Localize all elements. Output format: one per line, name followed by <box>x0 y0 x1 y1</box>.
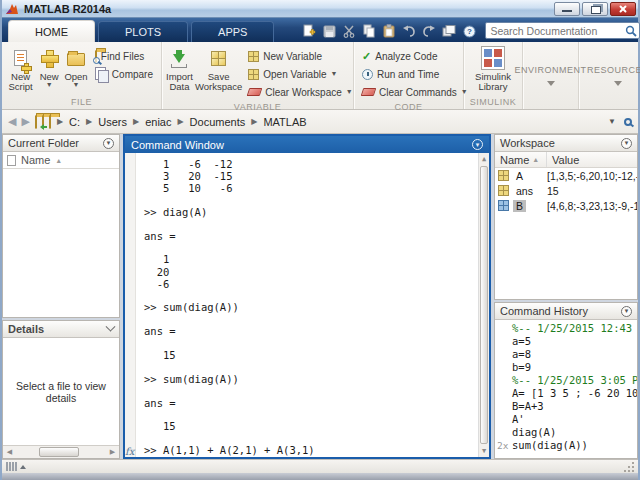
search-folder-icon[interactable] <box>624 118 632 126</box>
find-files-button[interactable]: Find Files <box>91 47 157 65</box>
restore-button[interactable] <box>582 2 608 16</box>
breadcrumb-item-matlab[interactable]: MATLAB <box>263 116 306 128</box>
open-button[interactable]: Open ▼ <box>63 45 89 88</box>
matrix-variable-icon <box>498 170 509 181</box>
command-window-vertical-scrollbar[interactable]: ▲ ▼ <box>478 153 489 457</box>
chevron-down-icon: ▼ <box>73 82 80 88</box>
analyze-code-button[interactable]: ✓ Analyze Code <box>358 47 472 65</box>
import-data-button[interactable]: Import Data <box>166 45 193 92</box>
command-window-menu-icon[interactable]: ▼ <box>472 139 483 150</box>
matlab-logo-icon <box>6 3 19 15</box>
clear-commands-button[interactable]: Clear Commands ▼ <box>358 83 472 101</box>
breadcrumb-item-eniac[interactable]: eniac <box>145 116 171 128</box>
save-workspace-icon <box>211 46 226 70</box>
details-placeholder-text: Select a file to view details <box>3 338 119 445</box>
command-window-panel: Command Window ▼ fx 1 -6 -12 3 20 -15 5 … <box>123 134 491 459</box>
fx-function-hints-icon[interactable]: fx <box>125 446 134 457</box>
command-prompt-input[interactable]: >> A(1,1) + A(2,1) + A(3,1) <box>144 444 476 457</box>
paste-icon[interactable] <box>381 23 397 39</box>
history-entry[interactable]: A' <box>495 413 637 426</box>
clear-workspace-icon <box>247 88 263 96</box>
simulink-library-button[interactable]: Simulink Library <box>468 45 518 92</box>
copy-icon[interactable] <box>361 23 377 39</box>
collapse-details-icon[interactable] <box>106 321 116 331</box>
clear-workspace-button[interactable]: Clear Workspace ▼ <box>244 83 356 101</box>
forward-icon[interactable]: ▶ <box>21 115 29 128</box>
switch-windows-icon[interactable] <box>441 23 457 39</box>
details-horizontal-scrollbar[interactable]: ◀ ▶ <box>3 445 119 458</box>
history-entry[interactable]: %-- 1/25/2015 3:05 PM --% <box>495 374 637 387</box>
resize-grip-icon[interactable] <box>624 462 634 472</box>
command-history-panel: Command History ▼ %-- 1/25/2015 12:43 PM… <box>494 302 638 459</box>
quick-access-toolbar: ? <box>301 23 477 39</box>
browse-for-folder-icon[interactable] <box>42 116 44 128</box>
back-icon[interactable]: ◀ <box>8 115 16 128</box>
history-entry[interactable]: a=5 <box>495 335 637 348</box>
current-folder-menu-icon[interactable]: ▼ <box>103 138 114 149</box>
undo-icon[interactable] <box>401 23 417 39</box>
sort-ascending-icon: ▲ <box>55 157 62 164</box>
scrollbar-thumb[interactable] <box>39 447 80 457</box>
new-button[interactable]: New ▼ <box>37 45 61 88</box>
cut-icon[interactable] <box>341 23 357 39</box>
workspace-menu-icon[interactable]: ▼ <box>621 138 632 149</box>
search-documentation-input[interactable] <box>490 25 625 37</box>
chevron-down-icon: ▼ <box>330 71 337 77</box>
help-icon[interactable]: ? <box>461 23 477 39</box>
save-workspace-button[interactable]: Save Workspace <box>195 45 242 92</box>
address-dropdown-icon[interactable]: ▼ <box>608 119 616 125</box>
current-folder-name-header[interactable]: Name ▲ <box>3 152 119 169</box>
up-one-level-icon[interactable] <box>35 116 37 128</box>
history-entry[interactable]: b=9 <box>495 361 637 374</box>
section-label-resources: RESOURCES <box>587 65 640 75</box>
simulink-library-icon <box>481 46 505 70</box>
command-window-output[interactable]: 1 -6 -12 3 20 -15 5 10 -6 >> diag(A) ans… <box>136 153 478 457</box>
tab-apps[interactable]: APPS <box>191 21 274 42</box>
run-and-time-button[interactable]: Run and Time <box>358 65 472 83</box>
analyze-code-icon: ✓ <box>362 50 371 63</box>
new-script-icon[interactable] <box>301 23 317 39</box>
command-history-menu-icon[interactable]: ▼ <box>621 306 632 317</box>
compare-button[interactable]: Compare <box>91 65 157 83</box>
history-entry[interactable]: B=A+3 <box>495 400 637 413</box>
scrollbar-thumb[interactable] <box>480 166 488 444</box>
new-variable-icon <box>248 51 259 62</box>
scroll-up-icon[interactable]: ▲ <box>479 153 489 165</box>
history-entry[interactable]: 2xsum(diag(A)) <box>495 439 637 452</box>
scroll-down-icon[interactable]: ▼ <box>479 445 489 457</box>
save-icon[interactable] <box>321 23 337 39</box>
title-bar: MATLAB R2014a <box>2 0 638 18</box>
workspace-panel: Workspace ▼ Name▲ Value A [1,3,5;-6,20,1… <box>494 134 638 300</box>
tab-plots[interactable]: PLOTS <box>98 21 188 42</box>
new-script-big-icon <box>14 46 27 70</box>
open-variable-button[interactable]: Open Variable ▼ <box>244 65 356 83</box>
ribbon-section-environment[interactable]: ENVIRONMENT <box>523 42 579 109</box>
workspace-column-headers[interactable]: Name▲ Value <box>495 152 637 168</box>
redo-icon[interactable] <box>421 23 437 39</box>
breadcrumb-item-drive[interactable]: C: <box>69 116 80 128</box>
current-folder-file-list[interactable] <box>3 169 119 317</box>
new-script-button[interactable]: New Script <box>6 45 35 92</box>
history-entry[interactable]: a=8 <box>495 348 637 361</box>
desktop-layout-widget-icon[interactable] <box>6 462 26 471</box>
history-entry[interactable]: A= [1 3 5 ; -6 20 10 ; -12 -... <box>495 387 637 400</box>
search-icon[interactable] <box>625 25 637 37</box>
scroll-left-icon[interactable]: ◀ <box>3 446 16 458</box>
workspace-row-ans[interactable]: ans 15 <box>495 183 637 198</box>
close-button[interactable] <box>610 2 636 16</box>
command-window-title: Command Window <box>131 139 224 151</box>
sort-ascending-icon: ▲ <box>532 156 539 163</box>
breadcrumb-item-users[interactable]: Users <box>98 116 127 128</box>
ribbon-section-resources[interactable]: RESOURCES <box>579 42 640 109</box>
breadcrumb-item-documents[interactable]: Documents <box>190 116 246 128</box>
minimize-button[interactable] <box>554 2 580 16</box>
scroll-right-icon[interactable]: ▶ <box>106 446 119 458</box>
tab-home[interactable]: HOME <box>8 20 95 42</box>
history-entry[interactable]: diag(A) <box>495 426 637 439</box>
workspace-row-B[interactable]: B [4,6,8;-3,23,13;-9,-1 <box>495 198 637 213</box>
desktop-main-area: Current Folder ▼ Name ▲ Details Select a… <box>2 134 638 459</box>
new-plus-icon <box>41 46 57 70</box>
history-entry[interactable]: %-- 1/25/2015 12:43 PM -... <box>495 322 637 335</box>
workspace-row-A[interactable]: A [1,3,5;-6,20,10;-12,- <box>495 168 637 183</box>
new-variable-button[interactable]: New Variable <box>244 47 356 65</box>
